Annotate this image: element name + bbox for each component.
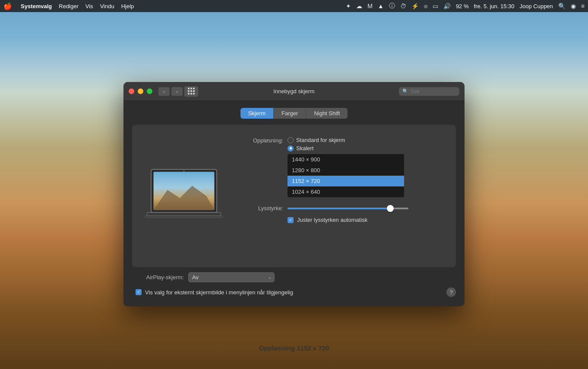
volume-icon[interactable]: 🔊 <box>443 3 451 9</box>
window-title: Innebygd skjerm <box>273 88 314 95</box>
battery-display: 92 % <box>456 3 469 9</box>
info-icon[interactable]: ⓘ <box>389 2 395 10</box>
mail-icon[interactable]: M <box>367 3 373 9</box>
back-button[interactable]: ‹ <box>158 87 170 96</box>
datetime-display: fre. 5. jun. 15:30 <box>474 3 515 9</box>
search-input[interactable] <box>411 88 456 95</box>
preferences-window: ‹ › Innebygd skjerm 🔍 Skjerm Farger Nigh… <box>123 82 465 306</box>
airplay-label: AirPlay-skjerm: <box>132 274 184 281</box>
grid-view-button[interactable] <box>184 86 198 97</box>
maximize-button[interactable] <box>147 88 152 94</box>
bottom-section: AirPlay-skjerm: Av ✓ Vis valg for ekster… <box>132 267 456 300</box>
brightness-slider-container <box>288 208 408 209</box>
radio-scaled-indicator <box>288 145 294 151</box>
res-item-1152[interactable]: 1152 × 720 <box>288 176 404 186</box>
radio-standard-label: Standard for skjerm <box>296 137 345 143</box>
res-item-1440[interactable]: 1440 × 900 <box>288 154 404 165</box>
help-button[interactable]: ? <box>446 287 456 297</box>
search-menu-icon[interactable]: 🔍 <box>558 3 566 9</box>
vindu-menu[interactable]: Vindu <box>100 3 114 9</box>
apple-menu[interactable]: 🍎 <box>3 2 12 10</box>
rediger-menu[interactable]: Rediger <box>59 3 79 9</box>
svg-point-4 <box>183 170 185 172</box>
resolution-list: 1440 × 900 1280 × 800 1152 × 720 1024 × … <box>288 154 404 197</box>
titlebar: ‹ › Innebygd skjerm 🔍 <box>123 82 465 101</box>
search-box[interactable]: 🔍 <box>399 87 459 96</box>
main-panel: Oppløsning: Standard for skjerm Skalert <box>132 125 456 267</box>
time-machine-icon[interactable]: ⏱ <box>400 3 406 9</box>
radio-scaled-label: Skalert <box>296 145 313 151</box>
brightness-fill <box>288 208 390 209</box>
airplay-icon[interactable]: ▭ <box>433 3 438 9</box>
grid-icon <box>188 88 195 95</box>
external-display-checkbox[interactable]: ✓ <box>136 289 142 295</box>
bottom-row: ✓ Vis valg for eksternt skjermbilde i me… <box>132 287 456 297</box>
radio-scaled[interactable]: Skalert <box>288 145 404 151</box>
brightness-track <box>288 208 408 209</box>
dropbox-icon[interactable]: ✦ <box>346 3 351 9</box>
check-icon-2: ✓ <box>137 290 140 294</box>
window-controls <box>129 88 152 94</box>
brightness-label: Lysstyrke: <box>240 205 283 211</box>
window-content: Skjerm Farger Night Shift <box>123 101 465 306</box>
tabs-bar: Skjerm Farger Night Shift <box>132 108 456 119</box>
resolution-row: Oppløsning: Standard for skjerm Skalert <box>240 137 447 197</box>
minimize-button[interactable] <box>138 88 143 94</box>
res-item-1024[interactable]: 1024 × 640 <box>288 186 404 197</box>
systemvalg-menu[interactable]: Systemvalg <box>21 3 52 9</box>
resolution-label: Oppløsning: <box>240 137 283 144</box>
bluetooth-icon[interactable]: ⚡ <box>411 3 419 9</box>
checkbox-bottom-row: ✓ Vis valg for eksternt skjermbilde i me… <box>132 289 293 296</box>
siri-icon[interactable]: ◉ <box>571 3 576 9</box>
close-button[interactable] <box>129 88 134 94</box>
menubar: 🍎 Systemvalg Rediger Vis Vindu Hjelp ✦ ☁… <box>0 0 588 12</box>
settings-area: Oppløsning: Standard for skjerm Skalert <box>240 133 447 259</box>
resolution-options: Standard for skjerm Skalert 1440 × 900 1… <box>288 137 404 197</box>
tab-skjerm[interactable]: Skjerm <box>240 108 274 119</box>
radio-standard-indicator <box>288 137 294 143</box>
notification-icon[interactable]: ≡ <box>581 3 585 9</box>
laptop-preview-area <box>141 133 227 259</box>
cloud-icon[interactable]: ☁ <box>356 3 362 9</box>
tab-farger[interactable]: Farger <box>274 108 306 119</box>
auto-brightness-label: Juster lysstyrken automatisk <box>297 217 367 223</box>
user-display: Joop Cuppen <box>519 3 553 9</box>
airplay-row: AirPlay-skjerm: Av <box>132 272 456 282</box>
tab-nightshift[interactable]: Night Shift <box>306 108 348 119</box>
nav-buttons: ‹ › <box>158 87 183 96</box>
forward-button[interactable]: › <box>171 87 183 96</box>
check-icon: ✓ <box>289 218 292 222</box>
vis-menu[interactable]: Vis <box>85 3 93 9</box>
airplay-select-wrapper: Av <box>188 272 275 282</box>
svg-rect-6 <box>145 216 223 218</box>
warning-icon[interactable]: ▲ <box>378 3 384 9</box>
laptop-image <box>143 165 225 227</box>
auto-brightness-row: ✓ Juster lysstyrken automatisk <box>288 217 447 223</box>
external-display-label: Vis valg for eksternt skjermbilde i meny… <box>145 289 293 296</box>
wifi-icon[interactable]: ⌾ <box>424 3 427 9</box>
airplay-select[interactable]: Av <box>188 272 275 282</box>
auto-brightness-checkbox[interactable]: ✓ <box>288 217 294 223</box>
svg-rect-5 <box>147 212 221 216</box>
hjelp-menu[interactable]: Hjelp <box>121 3 134 9</box>
radio-standard[interactable]: Standard for skjerm <box>288 137 404 143</box>
res-item-1280[interactable]: 1280 × 800 <box>288 165 404 176</box>
search-icon: 🔍 <box>402 88 408 94</box>
brightness-thumb[interactable] <box>387 205 394 212</box>
status-text: Oppløsning 1152 x 720 <box>259 344 329 352</box>
brightness-row: Lysstyrke: <box>240 205 447 211</box>
